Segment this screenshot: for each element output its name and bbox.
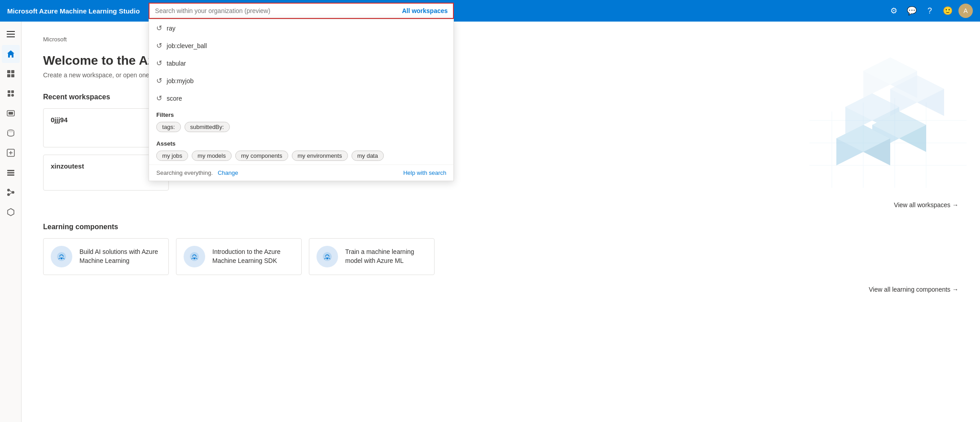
learning-icon-2 — [316, 246, 338, 267]
topbar-icons: ⚙ 💬 ? 🙂 A — [887, 4, 973, 18]
svg-point-20 — [7, 193, 10, 196]
help-with-search-link[interactable]: Help with search — [403, 169, 446, 176]
svg-point-19 — [12, 191, 14, 194]
hamburger-menu-button[interactable] — [2, 25, 20, 43]
view-all-workspaces-link[interactable]: View all workspaces → — [43, 201, 958, 209]
sidebar-item-pipelines[interactable] — [2, 183, 20, 201]
help-icon[interactable]: ? — [923, 4, 937, 18]
svg-rect-1 — [7, 34, 15, 35]
asset-chip-my-jobs[interactable]: my jobs — [156, 151, 188, 161]
feedback-icon[interactable]: 💬 — [905, 4, 919, 18]
sidebar-item-compute[interactable] — [2, 104, 20, 122]
settings-icon[interactable]: ⚙ — [887, 4, 901, 18]
svg-rect-4 — [11, 70, 14, 73]
filters-chips: tags: submittedBy: — [149, 120, 453, 136]
asset-chip-my-components[interactable]: my components — [235, 151, 288, 161]
sidebar-item-endpoints[interactable] — [2, 164, 20, 182]
notification-icon[interactable]: 🙂 — [940, 4, 955, 18]
asset-chip-my-models[interactable]: my models — [192, 151, 232, 161]
assets-section-label: Assets — [149, 136, 453, 149]
learning-card-2[interactable]: Train a machine learning model with Azur… — [309, 238, 435, 275]
view-all-learning-link[interactable]: View all learning components → — [43, 286, 958, 293]
svg-rect-2 — [7, 36, 15, 37]
filters-section-label: Filters — [149, 107, 453, 120]
page-layout: Microsoft Welcome to the Azure Machine L… — [0, 22, 980, 422]
svg-rect-16 — [7, 172, 14, 173]
topbar: Microsoft Azure Machine Learning Studio … — [0, 0, 980, 22]
app-title: Microsoft Azure Machine Learning Studio — [7, 7, 140, 15]
history-icon: ↺ — [156, 94, 162, 102]
filter-chip-submittedby[interactable]: submittedBy: — [185, 122, 230, 132]
sidebar-item-home[interactable] — [2, 45, 20, 63]
learning-card-0[interactable]: Build AI solutions with Azure Machine Le… — [43, 238, 169, 275]
asset-chip-my-data[interactable]: my data — [352, 151, 384, 161]
svg-rect-5 — [7, 74, 10, 77]
history-item-score[interactable]: ↺ score — [149, 89, 453, 107]
svg-point-47 — [323, 252, 332, 261]
learning-card-1[interactable]: Introduction to the Azure Machine Learni… — [176, 238, 302, 275]
svg-rect-6 — [11, 74, 14, 77]
sidebar-item-registry[interactable] — [2, 203, 20, 221]
footer-text: Searching everything. — [156, 169, 213, 176]
assets-chips: my jobs my models my components my envir… — [149, 149, 453, 164]
learning-icon-1 — [184, 246, 205, 267]
svg-point-18 — [7, 189, 10, 191]
history-icon: ↺ — [156, 24, 162, 32]
svg-rect-17 — [7, 174, 14, 176]
svg-rect-3 — [7, 70, 10, 73]
svg-rect-7 — [8, 90, 10, 93]
history-icon: ↺ — [156, 41, 162, 50]
svg-rect-12 — [9, 112, 13, 115]
filter-chip-tags[interactable]: tags: — [156, 122, 180, 132]
svg-point-43 — [57, 252, 66, 261]
sidebar-item-data[interactable] — [2, 124, 20, 142]
svg-point-10 — [11, 94, 14, 97]
svg-point-45 — [190, 252, 199, 261]
search-input[interactable] — [155, 7, 402, 14]
search-container: All workspaces ↺ ray ↺ job:clever_ball ↺… — [149, 3, 454, 19]
svg-rect-8 — [11, 90, 14, 93]
search-dropdown: ↺ ray ↺ job:clever_ball ↺ tabular ↺ job:… — [149, 19, 454, 181]
svg-rect-9 — [8, 94, 10, 97]
svg-point-13 — [8, 130, 14, 133]
learning-icon-0 — [51, 246, 72, 267]
history-item-tabular[interactable]: ↺ tabular — [149, 54, 453, 72]
history-icon: ↺ — [156, 59, 162, 67]
asset-chip-my-environments[interactable]: my environments — [292, 151, 348, 161]
svg-rect-15 — [7, 170, 14, 171]
search-scope[interactable]: All workspaces — [402, 7, 448, 14]
history-icon: ↺ — [156, 76, 162, 85]
sidebar — [0, 22, 22, 422]
history-item-job-myjob[interactable]: ↺ job:myjob — [149, 72, 453, 89]
history-item-ray[interactable]: ↺ ray — [149, 19, 453, 37]
sidebar-item-components[interactable] — [2, 84, 20, 102]
svg-rect-0 — [7, 31, 15, 32]
sidebar-item-jobs[interactable] — [2, 65, 20, 83]
avatar[interactable]: A — [958, 4, 973, 18]
learning-grid: Build AI solutions with Azure Machine Le… — [43, 238, 958, 275]
learning-components-title: Learning components — [43, 223, 958, 231]
dropdown-footer: Searching everything. Change Help with s… — [149, 164, 453, 181]
search-box: All workspaces — [149, 3, 454, 19]
history-item-job-clever-ball[interactable]: ↺ job:clever_ball — [149, 37, 453, 54]
sidebar-item-models[interactable] — [2, 144, 20, 162]
change-link[interactable]: Change — [218, 169, 238, 176]
